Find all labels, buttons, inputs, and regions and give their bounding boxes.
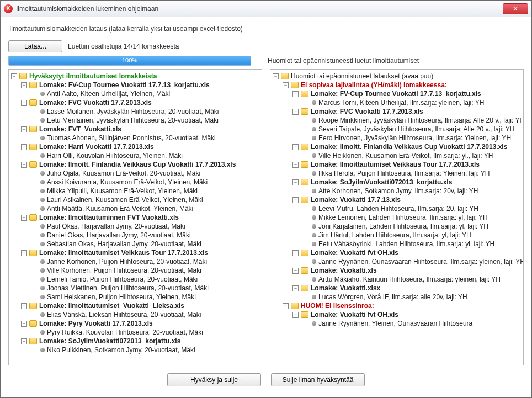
item-bullet-icon xyxy=(312,224,316,229)
expand-toggle[interactable]: − xyxy=(21,144,27,150)
expand-toggle[interactable]: − xyxy=(292,197,299,203)
form-node[interactable]: Lomake: Ilmoitt. Finlandia Veikkaus Cup … xyxy=(39,161,236,168)
issue-item[interactable]: Jim Härtul, Lahden Hiihtoseura, Ilm.sarj… xyxy=(318,231,471,239)
form-node[interactable]: Lomake: Vuokatti fvt OH.xls xyxy=(311,311,398,319)
accepted-root[interactable]: Hyväksytyt ilmoittautumiset lomakkeista xyxy=(29,72,157,80)
expand-toggle[interactable]: − xyxy=(283,82,289,88)
form-node[interactable]: Lomake: FV-Cup Tournee Vuokatti 17.7.13_… xyxy=(311,90,481,98)
item-bullet-icon xyxy=(40,171,45,176)
item-bullet-icon xyxy=(312,171,316,176)
participant-item[interactable]: Pyry Ruikka, Kouvolan Hiihtoseura, 20-vu… xyxy=(47,328,203,336)
participant-item[interactable]: Lasse Moilanen, Jyväskylän Hiihtoseura, … xyxy=(47,108,219,115)
folder-icon xyxy=(19,73,27,79)
expand-toggle[interactable]: − xyxy=(21,250,27,256)
expand-toggle xyxy=(302,224,308,230)
participant-item[interactable]: Daniel Okas, Harjavallan Jymy, 20-vuotia… xyxy=(47,231,191,239)
issue-item[interactable]: Mikke Leinonen, Lahden Hiihtoseura, Ilm.… xyxy=(318,214,488,221)
participant-item[interactable]: Antti Aalto, Kiteen Urheilijat, Yleinen,… xyxy=(47,90,170,98)
expand-toggle[interactable]: − xyxy=(292,312,299,318)
form-node[interactable]: Lomake: FV-Cup Tournee Vuokatti 17.7.13_… xyxy=(39,81,210,89)
load-row: Lataa... Luettiin osallistujia 14/14 lom… xyxy=(8,40,524,52)
cancel-close-button[interactable]: Sulje ilman hyväksyntää xyxy=(271,373,365,386)
expand-toggle[interactable]: − xyxy=(11,73,17,79)
expand-toggle[interactable]: − xyxy=(21,100,27,106)
form-node[interactable]: Lomake: Vuokatti 17.7.13.xls xyxy=(311,196,401,204)
issue-group[interactable]: HUOM! Ei lisenssinroa: xyxy=(301,302,374,310)
participant-item[interactable]: Sami Heiskanen, Puijon Hiihtoseura, Ylei… xyxy=(47,293,196,301)
expand-toggle[interactable]: − xyxy=(21,126,27,132)
form-node[interactable]: Lomake: Vuokatti fvt OH.xls xyxy=(311,249,398,257)
issue-item[interactable]: Eetu Vähäsöyrinki, Lahden Hiihtoseura, I… xyxy=(318,240,494,248)
issue-item[interactable]: Leevi Mutru, Lahden Hiihtoseura, Ilm.sar… xyxy=(318,205,478,213)
expand-toggle[interactable]: − xyxy=(292,144,299,150)
accepted-tree-panel[interactable]: −Hyväksytyt ilmoittautumiset lomakkeista… xyxy=(8,69,262,365)
issue-item[interactable]: Eero Hirvonen, Jyväskylän Hiihtoseura, I… xyxy=(318,134,511,142)
form-node[interactable]: Lomake: Ilmoittautumiset Veikkaus Tour 1… xyxy=(39,249,208,257)
participant-item[interactable]: Niko Pulkkinen, Sotkamon Jymy, 20-vuotia… xyxy=(47,346,195,354)
participant-item[interactable]: Tuomas Ahonen, Siilinjärven Ponnistus, 2… xyxy=(47,134,216,142)
form-node[interactable]: Lomake: Ilmoittautumiset_Vuokatti_Lieksa… xyxy=(39,302,184,310)
form-node[interactable]: Lomake: FVC Vuokatti 17.7.2013.xls xyxy=(311,108,423,115)
issue-item[interactable]: Atte Korhonen, Sotkamon Jymy, Ilm.sarja:… xyxy=(318,187,478,195)
expand-toggle[interactable]: − xyxy=(21,215,27,221)
issue-item[interactable]: Janne Ryynänen, Ounasvaaran Hiihtoseura,… xyxy=(318,258,524,266)
participant-item[interactable]: Antti Määttä, Kuusamon Erä-Veikot, Ylein… xyxy=(47,205,193,213)
expand-toggle xyxy=(31,188,37,194)
expand-toggle[interactable]: − xyxy=(21,82,27,88)
load-button[interactable]: Lataa... xyxy=(8,40,62,52)
issues-tree-panel[interactable]: −Huomiot tai epäonnistuneet lataukset (a… xyxy=(270,69,524,365)
form-node[interactable]: Lomake: Ilmoittautumiset Veikkaus Tour 1… xyxy=(311,161,480,168)
expand-toggle[interactable]: − xyxy=(21,321,27,327)
issue-item[interactable]: Marcus Torni, Kiteen Urheilijat, Ilm.sar… xyxy=(318,99,484,107)
form-node[interactable]: Lomake: SoJyilmVuokatti072013_korjattu.x… xyxy=(39,337,180,345)
expand-toggle[interactable]: − xyxy=(292,109,299,115)
participant-item[interactable]: Janne Korhonen, Puijon Hiihtoseura, 20-v… xyxy=(47,258,207,266)
participant-item[interactable]: Joonas Miettinen, Puijon Hiihtoseura, 20… xyxy=(47,284,209,292)
issue-group[interactable]: Ei sopivaa lajivalintaa (YH/mäki) lomakk… xyxy=(301,81,447,89)
expand-toggle xyxy=(31,109,37,115)
form-node[interactable]: Lomake: Ilmoitt. Finlandia Veikkaus Cup … xyxy=(311,143,507,151)
expand-toggle[interactable]: − xyxy=(21,162,27,168)
form-node[interactable]: Lomake: FVT_Vuokatti.xls xyxy=(39,125,121,133)
participant-item[interactable]: Eemeli Tainio, Puijon Hiihtoseura, 20-vu… xyxy=(47,275,198,283)
accept-close-button[interactable]: Hyväksy ja sulje xyxy=(167,373,261,386)
issues-root[interactable]: Huomiot tai epäonnistuneet lataukset (av… xyxy=(291,72,433,80)
expand-toggle[interactable]: − xyxy=(283,303,289,309)
form-node[interactable]: Lomake: Ilmoittautuminnen FVT Vuokatti.x… xyxy=(39,214,179,221)
form-node[interactable]: Lomake: FVC Vuokatti 17.7.2013.xls xyxy=(39,99,152,107)
expand-toggle[interactable]: − xyxy=(292,268,299,274)
form-node[interactable]: Lomake: SoJyilmVuokatti072013_korjattu.x… xyxy=(311,178,452,186)
issue-item[interactable]: Arttu Mäkiaho, Kainuun Hiihtoseura, Ilm.… xyxy=(318,275,501,283)
issue-item[interactable]: Severi Taipale, Jyväskylän Hiihtoseura, … xyxy=(318,125,515,133)
expand-toggle[interactable]: − xyxy=(292,285,299,291)
form-node[interactable]: Lomake: Pyry Vuokatti 17.7.2013.xls xyxy=(39,320,153,327)
expand-toggle[interactable]: − xyxy=(292,250,299,256)
issue-item[interactable]: Ilkka Herola, Puijon Hiihtoseura, Ilm.sa… xyxy=(318,169,490,177)
participant-item[interactable]: Miikka Ylipulli, Kuusamon Erä-Veikot, Yl… xyxy=(47,187,198,195)
expand-toggle[interactable]: − xyxy=(273,73,279,79)
expand-toggle[interactable]: − xyxy=(292,91,299,97)
participant-item[interactable]: Sebastian Okas, Harjavallan Jymy, 20-vuo… xyxy=(47,240,201,248)
expand-toggle[interactable]: − xyxy=(21,338,27,344)
close-button[interactable]: ✕ xyxy=(503,3,528,14)
expand-toggle[interactable]: − xyxy=(292,179,299,185)
participant-item[interactable]: Ville Korhonen, Puijon Hiihtoseura, 20-v… xyxy=(47,267,201,274)
participant-item[interactable]: Harri Olli, Kouvolan Hiihtoseura, Yleine… xyxy=(47,152,183,160)
issue-item[interactable]: Lucas Wörgren, Vörå IF, Ilm.sarja: alle … xyxy=(318,293,467,301)
form-node[interactable]: Lomake: Harri Vuokatti 17.7.2013.xls xyxy=(39,143,154,151)
form-node[interactable]: Lomake: Vuokatti.xlsx xyxy=(311,284,380,292)
issue-item[interactable]: Ville Heikkinen, Kuusamon Erä-Veikot, Il… xyxy=(318,152,493,160)
participant-item[interactable]: Anssi Koivuranta, Kuusamon Erä-Veikot, Y… xyxy=(47,178,208,186)
issue-item[interactable]: Roope Minkkinen, Jyväskylän Hiihtoseura,… xyxy=(318,116,524,124)
form-node[interactable]: Lomake: Vuokatti.xls xyxy=(311,267,377,274)
participant-item[interactable]: Eetu Meriläinen, Jyväskylän Hiihtoseura,… xyxy=(47,116,219,124)
participant-item[interactable]: Paul Okas, Harjavallan Jymy, 20-vuotiaat… xyxy=(47,222,185,230)
expand-toggle[interactable]: − xyxy=(21,303,27,309)
expand-toggle xyxy=(31,285,37,291)
issue-item[interactable]: Janne Ryynänen, Yleinen, Ounasvaaran Hii… xyxy=(318,320,472,327)
expand-toggle[interactable]: − xyxy=(292,162,299,168)
participant-item[interactable]: Lauri Asikainen, Kuusamon Erä-Veikot, Yl… xyxy=(47,196,203,204)
issue-item[interactable]: Joni Karjalainen, Lahden Hiihtoseura, Il… xyxy=(318,222,488,230)
participant-item[interactable]: Juho Ojala, Kuusamon Erä-Veikot, 20-vuot… xyxy=(47,169,200,177)
participant-item[interactable]: Elias Vänskä, Lieksan Hiihtoseura, 20-vu… xyxy=(47,311,201,319)
